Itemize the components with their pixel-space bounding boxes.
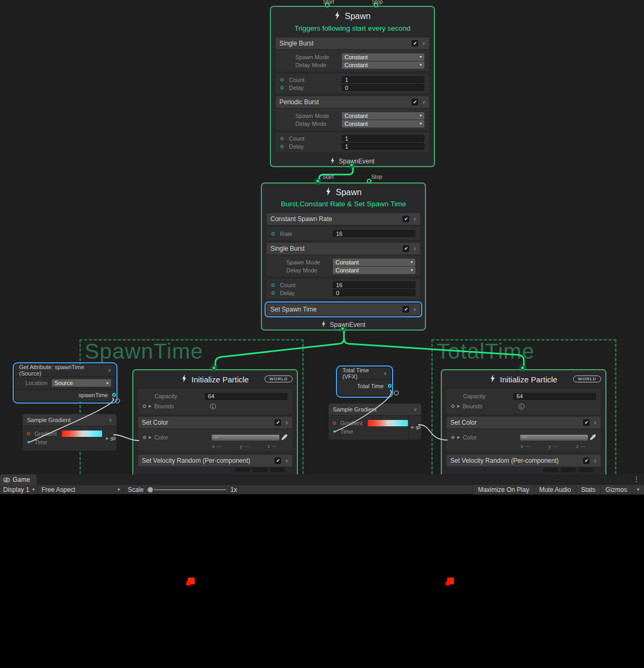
stats-button[interactable]: Stats bbox=[576, 485, 600, 495]
node-sample-gradient[interactable]: Sample Gradient ∨ Gradient Time ▶ bbox=[23, 414, 116, 451]
context-initialize-particle[interactable]: Initialize Particle WORLD Capacity 64 ▶ … bbox=[441, 369, 606, 474]
z-value[interactable]: — bbox=[580, 444, 585, 449]
expander-icon[interactable]: ▶ bbox=[411, 425, 414, 429]
count-field[interactable]: 1 bbox=[342, 135, 424, 142]
z-value[interactable]: — bbox=[272, 444, 277, 449]
scale-slider-knob[interactable] bbox=[148, 487, 153, 492]
chevron-down-icon[interactable]: ∨ bbox=[593, 420, 597, 425]
eyedropper-icon[interactable] bbox=[590, 433, 596, 442]
delay-mode-dropdown[interactable]: Constant▾ bbox=[342, 120, 424, 127]
chevron-down-icon[interactable]: ∨ bbox=[107, 368, 111, 373]
gradient-input-port[interactable] bbox=[27, 432, 30, 435]
sample-output-port[interactable] bbox=[113, 437, 116, 440]
local-space-icon[interactable]: L bbox=[519, 404, 524, 409]
block-constant-spawn-rate[interactable]: Constant Spawn Rate ✔ ∨ Rate 16 bbox=[267, 213, 420, 240]
block-set-velocity-random[interactable]: Set Velocity Random (Per-component) ✔ ∨ bbox=[138, 455, 292, 472]
chevron-down-icon[interactable]: ∨ bbox=[413, 407, 417, 412]
checkbox-enabled[interactable]: ✔ bbox=[403, 306, 409, 313]
gradient-preview[interactable] bbox=[62, 431, 102, 437]
eyedropper-icon[interactable] bbox=[282, 433, 287, 442]
checkbox-enabled[interactable]: ✔ bbox=[403, 245, 409, 252]
time-input-port[interactable] bbox=[333, 430, 336, 433]
checkbox-enabled[interactable]: ✔ bbox=[412, 40, 418, 47]
chevron-down-icon[interactable]: ∨ bbox=[422, 99, 425, 105]
delay-field[interactable]: 0 bbox=[333, 289, 415, 296]
checkbox-enabled[interactable]: ✔ bbox=[275, 457, 281, 464]
chevron-down-icon[interactable]: ∨ bbox=[422, 41, 425, 46]
color-field[interactable]: — bbox=[212, 435, 279, 441]
display-dropdown[interactable]: Display 1 ▾ bbox=[0, 485, 38, 495]
count-port[interactable] bbox=[280, 137, 284, 140]
chevron-down-icon[interactable]: ∨ bbox=[285, 420, 288, 425]
x-value[interactable]: — bbox=[217, 444, 222, 449]
gradient-input-port[interactable] bbox=[333, 422, 336, 425]
tab-game[interactable]: Game bbox=[0, 474, 37, 485]
spawn-stop-port[interactable] bbox=[374, 3, 378, 7]
context-initialize-particle[interactable]: Initialize Particle WORLD Capacity 64 ▶ … bbox=[132, 369, 298, 474]
block-set-velocity-random[interactable]: Set Velocity Random (Per-component) ✔ ∨ bbox=[447, 455, 601, 472]
vfx-graph-canvas[interactable]: SpawnTime TotalTime Start Stop Spawn Tri… bbox=[0, 0, 644, 474]
bounds-port[interactable] bbox=[143, 405, 146, 408]
count-field[interactable]: 16 bbox=[333, 281, 415, 288]
delay-port[interactable] bbox=[280, 145, 284, 148]
spawn-mode-dropdown[interactable]: Constant▾ bbox=[342, 53, 424, 61]
chevron-down-icon[interactable]: ∨ bbox=[413, 216, 416, 222]
checkbox-enabled[interactable]: ✔ bbox=[403, 216, 409, 222]
block-set-color[interactable]: Set Color ✔ ∨ ▶ Color — x— y— z bbox=[447, 417, 601, 451]
spawn-event-output-port[interactable] bbox=[340, 326, 345, 331]
block-periodic-burst[interactable]: Periodic Burst ✔ ∨ Spawn Mode Constant▾ … bbox=[276, 96, 429, 152]
kebab-menu-icon[interactable]: ⋮ bbox=[633, 475, 640, 483]
y-value[interactable]: — bbox=[244, 444, 249, 449]
context-spawn-1[interactable]: Spawn Triggers following start every sec… bbox=[270, 6, 435, 167]
spawn-mode-dropdown[interactable]: Constant▾ bbox=[333, 259, 415, 266]
game-viewport[interactable] bbox=[0, 495, 644, 668]
count-port[interactable] bbox=[271, 283, 275, 287]
capacity-field[interactable]: 64 bbox=[205, 393, 287, 400]
maximize-on-play-button[interactable]: Maximize On Play bbox=[473, 485, 534, 495]
expander-icon[interactable]: ▶ bbox=[106, 436, 108, 441]
delay-mode-dropdown[interactable]: Constant▾ bbox=[333, 267, 415, 274]
block-single-burst[interactable]: Single Burst ✔ ∨ Spawn Mode Constant▾ De… bbox=[267, 243, 420, 299]
rate-field[interactable]: 16 bbox=[333, 230, 415, 237]
chevron-down-icon[interactable]: ∨ bbox=[383, 371, 387, 376]
initialize-input-port[interactable] bbox=[520, 365, 525, 370]
mute-audio-button[interactable]: Mute Audio bbox=[534, 485, 576, 495]
sample-output-port[interactable] bbox=[418, 426, 421, 429]
node-get-attribute-spawntime[interactable]: Get Attribute: spawnTime (Source) ∨ Loca… bbox=[15, 364, 115, 401]
time-input-port[interactable] bbox=[27, 441, 30, 444]
chevron-down-icon[interactable]: ∨ bbox=[285, 458, 288, 463]
count-field[interactable]: 1 bbox=[342, 76, 424, 83]
delay-port[interactable] bbox=[280, 86, 284, 89]
delay-mode-dropdown[interactable]: Constant▾ bbox=[342, 61, 424, 69]
total-time-output-port[interactable] bbox=[388, 384, 392, 388]
spawn-start-port[interactable] bbox=[315, 179, 320, 184]
group-spawntime-label[interactable]: SpawnTime bbox=[85, 341, 203, 362]
node-sample-gradient[interactable]: Sample Gradient ∨ Gradient Time ▶ bbox=[329, 404, 421, 440]
local-space-icon[interactable]: L bbox=[210, 404, 216, 409]
delay-field[interactable]: 1 bbox=[342, 143, 424, 150]
node-total-time[interactable]: Total Time (VFX) ∨ Total Time bbox=[338, 368, 391, 396]
chevron-down-icon[interactable]: ∨ bbox=[108, 417, 112, 423]
x-value[interactable]: — bbox=[525, 444, 530, 449]
gizmos-button[interactable]: Gizmos bbox=[600, 485, 632, 495]
world-space-badge[interactable]: WORLD bbox=[573, 376, 601, 382]
spawntime-output-port[interactable] bbox=[112, 393, 116, 397]
expander-icon[interactable]: ▶ bbox=[457, 404, 460, 408]
checkbox-enabled[interactable]: ✔ bbox=[583, 457, 589, 464]
scale-slider-track[interactable] bbox=[154, 489, 226, 490]
y-value[interactable]: — bbox=[553, 444, 558, 449]
capacity-field[interactable]: 64 bbox=[513, 393, 596, 400]
expander-icon[interactable]: ▶ bbox=[149, 404, 151, 408]
expander-icon[interactable]: ▶ bbox=[149, 435, 151, 440]
block-set-color[interactable]: Set Color ✔ ∨ ▶ Color — x— y— z bbox=[138, 417, 292, 451]
checkbox-enabled[interactable]: ✔ bbox=[275, 419, 281, 426]
block-single-burst[interactable]: Single Burst ✔ ∨ Spawn Mode Constant▾ De… bbox=[276, 38, 429, 94]
aspect-ratio-dropdown[interactable]: Free Aspect ▾ bbox=[38, 485, 123, 495]
rate-port[interactable] bbox=[271, 232, 275, 235]
world-space-badge[interactable]: WORLD bbox=[265, 376, 293, 382]
initialize-input-port[interactable] bbox=[212, 365, 216, 370]
spawn-mode-dropdown[interactable]: Constant▾ bbox=[342, 112, 424, 120]
group-totaltime-label[interactable]: TotalTime bbox=[437, 341, 534, 362]
delay-field[interactable]: 0 bbox=[342, 84, 424, 91]
chevron-down-icon[interactable]: ∨ bbox=[413, 307, 416, 312]
